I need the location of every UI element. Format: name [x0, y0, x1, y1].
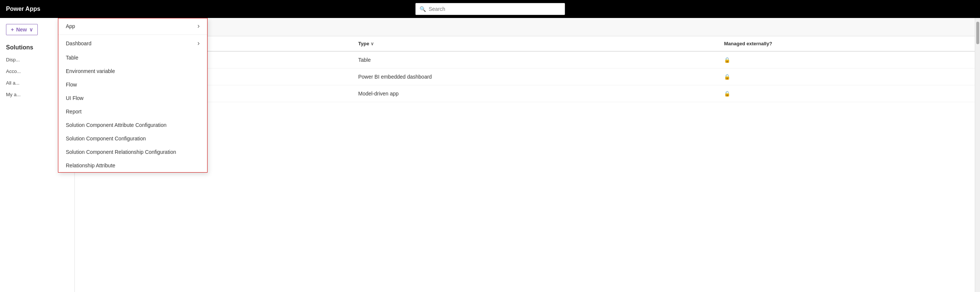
new-button-label: New [16, 27, 27, 33]
menu-item-dashboard[interactable]: Dashboard [58, 35, 207, 51]
menu-item-table-label: Table [66, 55, 78, 61]
menu-item-app-label: App [66, 23, 75, 29]
menu-item-table[interactable]: Table [58, 51, 207, 64]
data-table: Name Type ∨ Managed externally? [75, 36, 975, 102]
row-2-managed: 🔒 [718, 85, 975, 102]
table-header: Name Type ∨ Managed externally? [75, 36, 975, 51]
menu-item-scc-label: Solution Component Configuration [66, 136, 146, 142]
table-body: ··· account Table 🔒 [75, 51, 975, 102]
menu-item-flow[interactable]: Flow [58, 78, 207, 91]
new-button[interactable]: + New ∨ [6, 24, 38, 35]
menu-item-env-variable-label: Environment variable [66, 68, 115, 74]
row-0-managed: 🔒 [718, 51, 975, 69]
table-container: Name Type ∨ Managed externally? [75, 36, 975, 292]
search-bar[interactable]: 🔍 [415, 3, 565, 15]
menu-divider-0 [58, 34, 207, 35]
scrollbar[interactable] [975, 18, 980, 292]
content-area: Publish all customizations ··· Name Type [75, 18, 975, 292]
col-header-managed: Managed externally? [718, 36, 975, 51]
menu-item-ui-flow-label: UI Flow [66, 95, 83, 101]
scrollbar-thumb[interactable] [976, 22, 979, 44]
menu-item-ui-flow[interactable]: UI Flow [58, 91, 207, 105]
row-2-type: Model-driven app [352, 85, 718, 102]
app-title: Power Apps [6, 6, 40, 12]
lock-icon-2: 🔒 [724, 91, 730, 97]
dropdown-menu: App Dashboard Table Environment variable… [58, 18, 207, 172]
menu-item-env-variable[interactable]: Environment variable [58, 64, 207, 78]
menu-item-scac[interactable]: Solution Component Attribute Configurati… [58, 118, 207, 132]
menu-item-flow-label: Flow [66, 81, 77, 88]
toolbar: Publish all customizations ··· [75, 18, 975, 36]
row-1-managed: 🔒 [718, 69, 975, 85]
menu-item-report[interactable]: Report [58, 105, 207, 118]
lock-icon-0: 🔒 [724, 57, 730, 63]
app-bar: Power Apps 🔍 [0, 0, 980, 18]
new-button-icon: + [11, 27, 14, 33]
menu-item-dashboard-label: Dashboard [66, 40, 92, 46]
table-row: ··· All accounts revenue Power BI embedd… [75, 69, 975, 85]
menu-item-relationship-attribute[interactable]: Relationship Attribute [58, 159, 207, 172]
col-header-type[interactable]: Type ∨ [352, 36, 718, 51]
menu-item-scrc[interactable]: Solution Component Relationship Configur… [58, 145, 207, 159]
lock-icon-1: 🔒 [724, 74, 730, 80]
menu-item-report-label: Report [66, 109, 81, 115]
row-0-type: Table [352, 51, 718, 69]
new-button-chevron: ∨ [29, 27, 33, 33]
menu-item-app[interactable]: App [58, 18, 207, 34]
menu-item-scac-label: Solution Component Attribute Configurati… [66, 122, 166, 128]
sort-icon: ∨ [371, 41, 374, 46]
menu-item-relationship-attribute-label: Relationship Attribute [66, 163, 115, 168]
search-icon: 🔍 [420, 6, 426, 12]
menu-item-scrc-label: Solution Component Relationship Configur… [66, 149, 176, 155]
search-input[interactable] [429, 6, 561, 12]
table-row: ··· account Table 🔒 [75, 51, 975, 69]
row-1-type: Power BI embedded dashboard [352, 69, 718, 85]
menu-item-scc[interactable]: Solution Component Configuration [58, 132, 207, 145]
table-row: ··· crfb6_Myapp Model-driven app 🔒 [75, 85, 975, 102]
